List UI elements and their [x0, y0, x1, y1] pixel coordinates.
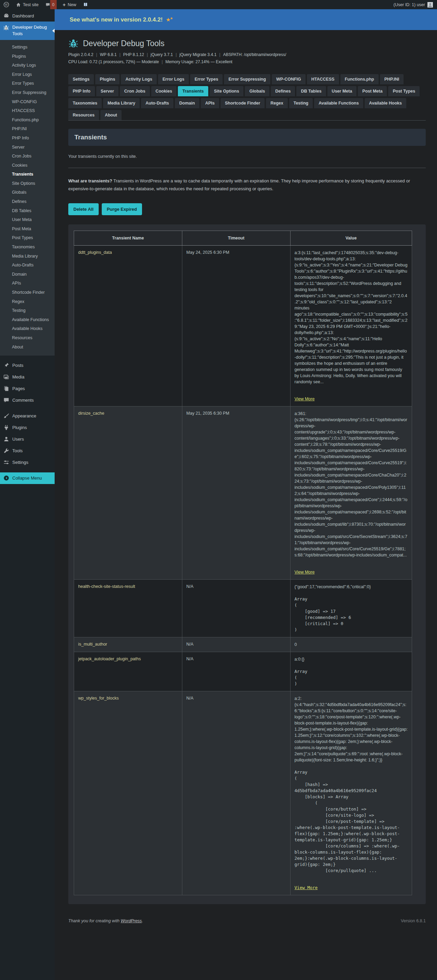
sidebar-item-php-ini[interactable]: PHP.INI — [0, 124, 55, 134]
tab-cron-jobs[interactable]: Cron Jobs — [120, 86, 150, 96]
sidebar-item-about[interactable]: About — [0, 342, 55, 352]
view-more-link[interactable]: View More — [295, 396, 315, 402]
tab-settings[interactable]: Settings — [68, 74, 94, 84]
whats-new-banner[interactable]: See what's new in version 2.0.4.2! ★★ — [55, 9, 437, 30]
tab-auto-drafts[interactable]: Auto-Drafts — [141, 98, 173, 108]
sidebar-item-label: Tools — [12, 448, 22, 453]
sidebar-item-posts[interactable]: Posts — [0, 360, 55, 371]
sidebar-item-cookies[interactable]: Cookies — [0, 161, 55, 170]
tab-htaccess[interactable]: HTACCESS — [307, 74, 339, 84]
sidebar-item-db-tables[interactable]: DB Tables — [0, 206, 55, 215]
sidebar-item-post-types[interactable]: Post Types — [0, 233, 55, 242]
sidebar-item-defines[interactable]: Defines — [0, 197, 55, 206]
purge-expired-button[interactable]: Purge Expired — [102, 203, 142, 215]
transients-description: What are transients? Transients in WordP… — [68, 177, 426, 193]
tab-post-types[interactable]: Post Types — [388, 86, 420, 96]
delete-all-button[interactable]: Delete All — [68, 203, 99, 215]
tab-error-types[interactable]: Error Types — [190, 74, 222, 84]
sidebar-item-domain[interactable]: Domain — [0, 270, 55, 279]
tab-error-suppressing[interactable]: Error Suppressing — [224, 74, 270, 84]
sidebar-item-plugins[interactable]: Plugins — [0, 52, 55, 61]
sidebar-item-server[interactable]: Server — [0, 142, 55, 152]
my-account-menu[interactable]: (User ID: 1) user — [394, 2, 437, 8]
tab-available-functions[interactable]: Available Functions — [314, 98, 363, 108]
tab-functions-php[interactable]: Functions.php — [340, 74, 379, 84]
tab-cookies[interactable]: Cookies — [151, 86, 177, 96]
tab-user-meta[interactable]: User Meta — [327, 86, 357, 96]
sidebar-item-comments[interactable]: Comments — [0, 395, 55, 406]
sidebar-item-transients[interactable]: Transients — [0, 170, 55, 179]
sidebar-item-pages[interactable]: Pages — [0, 383, 55, 395]
tab-php-info[interactable]: PHP Info — [68, 86, 95, 96]
sidebar-item-cron-jobs[interactable]: Cron Jobs — [0, 152, 55, 161]
sidebar-item-tools[interactable]: Tools — [0, 445, 55, 457]
tab-php-ini[interactable]: PHP.INI — [380, 74, 404, 84]
tab-available-hooks[interactable]: Available Hooks — [365, 98, 406, 108]
sidebar-item-resources[interactable]: Resources — [0, 333, 55, 343]
view-more-link[interactable]: View More — [295, 569, 315, 575]
sidebar-item-taxonomies[interactable]: Taxonomies — [0, 242, 55, 252]
sidebar-item-regex[interactable]: Regex — [0, 297, 55, 306]
wordpress-menu-button[interactable]: W — [0, 0, 13, 9]
sidebar-item-settings[interactable]: Settings — [0, 43, 55, 52]
sidebar-item-apis[interactable]: APIs — [0, 279, 55, 288]
sidebar-item-user-meta[interactable]: User Meta — [0, 215, 55, 224]
sidebar-item-error-types[interactable]: Error Types — [0, 79, 55, 88]
sidebar-item-htaccess[interactable]: HTACCESS — [0, 106, 55, 115]
tab-apis[interactable]: APIs — [201, 98, 219, 108]
sidebar-item-post-meta[interactable]: Post Meta — [0, 224, 55, 234]
sidebar-item-label: Plugins — [12, 425, 27, 430]
tab-activity-logs[interactable]: Activity Logs — [121, 74, 157, 84]
tab-resources[interactable]: Resources — [68, 110, 99, 120]
sidebar-item-auto-drafts[interactable]: Auto-Drafts — [0, 261, 55, 270]
sidebar-item-error-suppressing[interactable]: Error Suppressing — [0, 88, 55, 97]
sidebar-item-functions-php[interactable]: Functions.php — [0, 115, 55, 124]
new-content-button[interactable]: + New — [59, 0, 80, 9]
sidebar-item-developer-debug-tools[interactable]: Developer Debug Tools — [0, 22, 55, 40]
tab-testing[interactable]: Testing — [289, 98, 313, 108]
sidebar-item-wp-config[interactable]: WP-CONFIG — [0, 97, 55, 106]
sidebar-item-site-options[interactable]: Site Options — [0, 179, 55, 188]
collapse-menu-button[interactable]: Collapse Menu — [0, 473, 55, 484]
sidebar-item-error-logs[interactable]: Error Logs — [0, 70, 55, 79]
view-more-link[interactable]: View More — [295, 885, 318, 891]
tab-regex[interactable]: Regex — [266, 98, 288, 108]
sidebar-item-available-functions[interactable]: Available Functions — [0, 315, 55, 325]
tab-shortcode-finder[interactable]: Shortcode Finder — [221, 98, 265, 108]
tab-wp-config[interactable]: WP-CONFIG — [272, 74, 305, 84]
table-row: is_multi_authorN/A0 — [74, 637, 412, 652]
sidebar-item-shortcode-finder[interactable]: Shortcode Finder — [0, 288, 55, 297]
comments-shortcut[interactable] — [42, 0, 50, 9]
wordpress-link[interactable]: WordPress — [121, 918, 142, 923]
tab-defines[interactable]: Defines — [271, 86, 295, 96]
sidebar-item-users[interactable]: Users — [0, 433, 55, 445]
sidebar-item-activity-logs[interactable]: Activity Logs — [0, 61, 55, 70]
sidebar-item-appearance[interactable]: Appearance — [0, 410, 55, 422]
sidebar-item-settings[interactable]: Settings — [0, 457, 55, 468]
tab-plugins[interactable]: Plugins — [95, 74, 119, 84]
sidebar-item-dashboard[interactable]: Dashboard — [0, 9, 55, 22]
comment-count-badge[interactable]: 0 — [50, 0, 57, 9]
sidebar-item-available-hooks[interactable]: Available Hooks — [0, 324, 55, 333]
tab-transients[interactable]: Transients — [178, 86, 208, 96]
sidebar-item-plugins[interactable]: Plugins — [0, 422, 55, 433]
sidebar-item-media-library[interactable]: Media Library — [0, 251, 55, 261]
tab-post-meta[interactable]: Post Meta — [358, 86, 387, 96]
tab-globals[interactable]: Globals — [245, 86, 269, 96]
tab-domain[interactable]: Domain — [175, 98, 199, 108]
avatar — [427, 2, 433, 8]
sidebar-item-testing[interactable]: Testing — [0, 306, 55, 315]
tab-db-tables[interactable]: DB Tables — [296, 86, 326, 96]
sidebar-item-media[interactable]: Media — [0, 371, 55, 383]
tab-media-library[interactable]: Media Library — [103, 98, 140, 108]
tab-taxonomies[interactable]: Taxonomies — [68, 98, 102, 108]
docs-shortcut[interactable] — [79, 0, 92, 9]
tab-site-options[interactable]: Site Options — [210, 86, 244, 96]
tab-server[interactable]: Server — [96, 86, 118, 96]
sidebar-item-php-info[interactable]: PHP Info — [0, 134, 55, 143]
site-name-link[interactable]: Test site — [13, 0, 42, 9]
sidebar-item-globals[interactable]: Globals — [0, 188, 55, 197]
tab-about[interactable]: About — [100, 110, 122, 120]
tab-error-logs[interactable]: Error Logs — [158, 74, 189, 84]
array-dump: Array ( [hash] => 4d5bdfbda7ada40a4b616e… — [295, 769, 408, 874]
